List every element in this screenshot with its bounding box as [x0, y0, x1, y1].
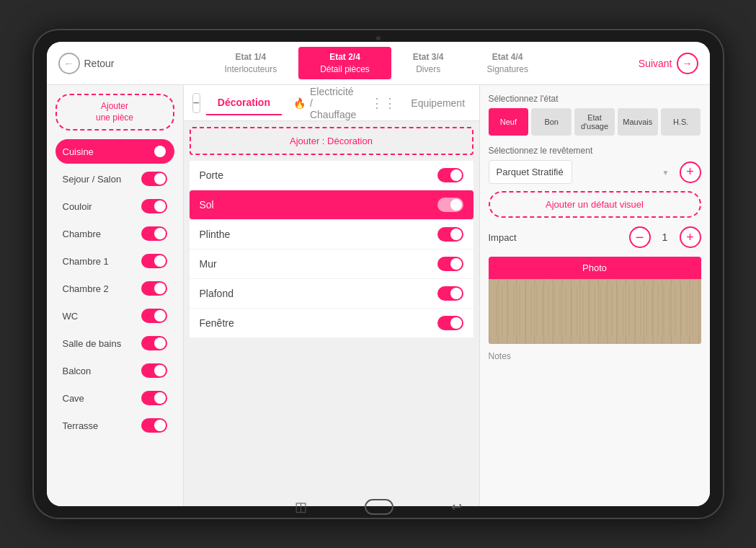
- room-toggle-sejour[interactable]: [141, 172, 167, 186]
- revetement-label: Sélectionnez le revêtement: [489, 146, 701, 156]
- step-1[interactable]: Etat 1/4 Interlocuteurs: [203, 47, 298, 80]
- step-1-label: Interlocuteurs: [224, 63, 277, 76]
- room-toggle-couloir[interactable]: [141, 199, 167, 213]
- item-plinthe[interactable]: Plinthe: [190, 220, 473, 249]
- room-label-cuisine: Cuisine: [63, 146, 94, 157]
- step-4[interactable]: Etat 4/4 Signatures: [466, 47, 550, 80]
- room-item-wc[interactable]: WC: [55, 304, 174, 328]
- item-plafond-toggle[interactable]: [437, 286, 463, 301]
- item-sol[interactable]: Sol: [190, 190, 473, 220]
- room-toggle-cave[interactable]: [141, 391, 167, 405]
- item-plinthe-toggle[interactable]: [437, 227, 463, 242]
- tab-minus-btn[interactable]: −: [192, 93, 200, 113]
- revetement-section: Sélectionnez le revêtement Parquet Strat…: [489, 146, 701, 184]
- next-label: Suivant: [639, 58, 672, 69]
- state-buttons: Neuf Bon Etat d'usage Mauvais H.S.: [489, 108, 701, 136]
- revetement-select[interactable]: Parquet Stratifié: [489, 160, 572, 184]
- room-toggle-chambre1[interactable]: [141, 254, 167, 268]
- recent-apps-icon[interactable]: ◫: [295, 499, 307, 515]
- room-toggle-wc[interactable]: [141, 309, 167, 323]
- next-button[interactable]: Suivant →: [627, 53, 710, 74]
- item-sol-toggle[interactable]: [437, 198, 463, 212]
- impact-increment-btn[interactable]: +: [680, 226, 701, 248]
- impact-label: Impact: [489, 232, 622, 243]
- room-item-sejour[interactable]: Sejour / Salon: [55, 167, 174, 191]
- photo-label: Photo: [582, 262, 607, 273]
- item-plinthe-label: Plinthe: [200, 229, 231, 240]
- sidebar: Ajouterune pièce Cuisine Sejour / Salon …: [47, 85, 184, 506]
- notes-label: Notes: [489, 351, 511, 361]
- room-label-chambre: Chambre: [63, 229, 101, 239]
- room-item-sdb[interactable]: Salle de bains: [55, 331, 174, 355]
- state-bon[interactable]: Bon: [531, 108, 572, 136]
- item-porte[interactable]: Porte: [190, 161, 473, 190]
- item-mur-toggle[interactable]: [437, 257, 463, 271]
- room-item-couloir[interactable]: Couloir: [55, 194, 174, 218]
- tabs-row: − Décoration 🔥 Electricité / Chauffage ⋮…: [184, 85, 479, 121]
- add-room-button[interactable]: Ajouterune pièce: [55, 94, 174, 131]
- impact-decrement-btn[interactable]: −: [629, 226, 651, 248]
- item-sol-label: Sol: [200, 199, 214, 211]
- step-4-label: Signatures: [487, 63, 528, 76]
- tab-equipement[interactable]: Equipement: [399, 92, 476, 115]
- back-hw-icon[interactable]: ↩: [451, 499, 462, 515]
- room-label-terrasse: Terrasse: [63, 420, 99, 431]
- room-item-cuisine[interactable]: Cuisine: [55, 139, 174, 164]
- tab-decoration[interactable]: Décoration: [206, 91, 282, 115]
- room-label-sejour: Sejour / Salon: [63, 174, 122, 185]
- revetement-add-btn[interactable]: +: [680, 162, 701, 183]
- notes-section: Notes: [489, 351, 701, 361]
- room-item-balcon[interactable]: Balcon: [55, 358, 174, 383]
- photo-header[interactable]: Photo: [489, 257, 701, 279]
- photo-thumbnail[interactable]: [489, 279, 701, 344]
- svg-rect-0: [489, 279, 701, 344]
- add-defaut-btn[interactable]: Ajouter un défaut visuel: [489, 191, 701, 218]
- room-toggle-balcon[interactable]: [141, 363, 167, 378]
- state-neuf[interactable]: Neuf: [489, 108, 529, 136]
- next-icon: →: [677, 53, 698, 74]
- back-button[interactable]: ← Retour: [47, 53, 126, 74]
- step-3-num: Etat 3/4: [413, 51, 444, 63]
- home-button[interactable]: [365, 499, 393, 515]
- tab-decoration-label: Décoration: [218, 97, 270, 108]
- select-state-label: Sélectionnez l'état: [489, 94, 701, 104]
- right-panel: Sélectionnez l'état Neuf Bon Etat d'usag…: [479, 85, 710, 506]
- state-hs[interactable]: H.S.: [661, 108, 701, 136]
- room-toggle-chambre[interactable]: [141, 226, 167, 241]
- item-fenetre-label: Fenêtre: [200, 317, 234, 329]
- tablet-hardware-buttons: ◫ ↩: [32, 499, 724, 515]
- room-toggle-cuisine[interactable]: [141, 144, 167, 159]
- step-1-num: Etat 1/4: [224, 51, 277, 63]
- state-section: Sélectionnez l'état Neuf Bon Etat d'usag…: [489, 94, 701, 136]
- flame-icon: 🔥: [293, 97, 306, 109]
- item-mur[interactable]: Mur: [190, 249, 473, 279]
- add-item-button[interactable]: Ajouter : Décoration: [190, 127, 473, 155]
- tab-electricite[interactable]: 🔥 Electricité / Chauffage: [282, 85, 368, 126]
- room-toggle-sdb[interactable]: [141, 336, 167, 350]
- room-label-chambre2: Chambre 2: [63, 283, 109, 294]
- room-item-chambre[interactable]: Chambre: [55, 221, 174, 246]
- step-4-num: Etat 4/4: [487, 51, 528, 63]
- top-nav: ← Retour Etat 1/4 Interlocuteurs Etat 2/…: [47, 42, 710, 85]
- state-usage[interactable]: Etat d'usage: [574, 108, 615, 136]
- room-item-cave[interactable]: Cave: [55, 386, 174, 410]
- camera-dot: [376, 36, 381, 40]
- room-toggle-terrasse[interactable]: [141, 418, 167, 433]
- impact-count: 1: [658, 231, 672, 243]
- item-fenetre[interactable]: Fenêtre: [190, 309, 473, 338]
- step-2[interactable]: Etat 2/4 Détail pièces: [298, 47, 391, 80]
- item-plafond[interactable]: Plafond: [190, 279, 473, 309]
- item-plafond-label: Plafond: [200, 288, 234, 299]
- state-mauvais[interactable]: Mauvais: [618, 108, 658, 136]
- room-item-chambre1[interactable]: Chambre 1: [55, 249, 174, 273]
- room-toggle-chambre2[interactable]: [141, 281, 167, 296]
- step-3[interactable]: Etat 3/4 Divers: [391, 47, 466, 80]
- room-label-sdb: Salle de bains: [63, 338, 122, 349]
- item-porte-toggle[interactable]: [437, 168, 463, 182]
- room-label-wc: WC: [63, 311, 79, 322]
- room-item-chambre2[interactable]: Chambre 2: [55, 276, 174, 301]
- dots-icon: ⋮⋮: [370, 95, 396, 111]
- room-item-terrasse[interactable]: Terrasse: [55, 413, 174, 438]
- nav-steps: Etat 1/4 Interlocuteurs Etat 2/4 Détail …: [126, 47, 627, 80]
- item-fenetre-toggle[interactable]: [437, 316, 463, 330]
